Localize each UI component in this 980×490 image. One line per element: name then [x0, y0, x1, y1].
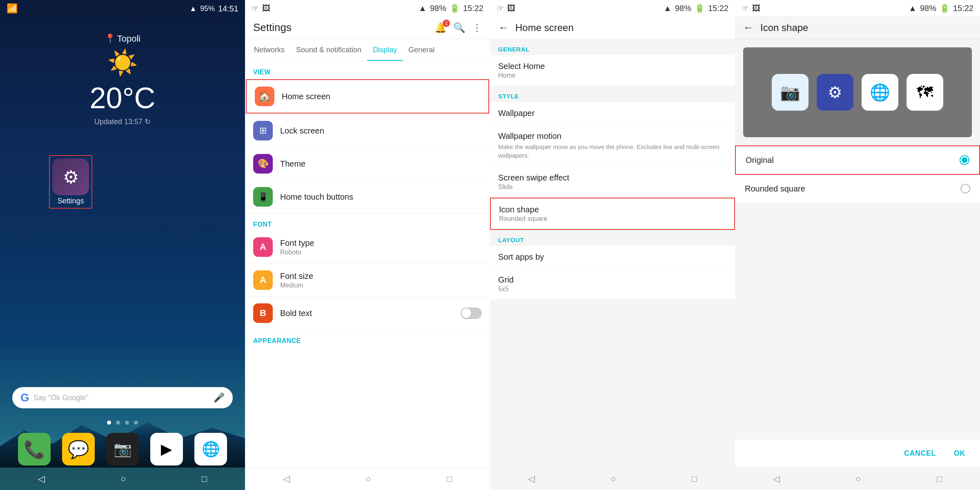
settings-home-button[interactable]: ○ [365, 474, 371, 484]
is-battery-percent: 98% [920, 4, 936, 13]
settings-app-label: Settings [57, 197, 84, 205]
dock-chrome-icon[interactable]: 🌐 [194, 433, 227, 466]
hs-status-bar: ☞ 🖼 ▲ 98% 🔋 15:22 [490, 0, 735, 16]
hs-item-wallpaper-motion[interactable]: Wallpaper motion Make the wallpaper move… [490, 125, 735, 167]
settings-item-bold-text[interactable]: B Bold text [245, 297, 490, 330]
is-page-title: Icon shape [760, 22, 808, 33]
dot-4[interactable] [134, 421, 138, 425]
settings-item-home-screen[interactable]: 🏠 Home screen [246, 79, 489, 114]
dot-1[interactable] [107, 421, 111, 425]
hs-select-home-title: Select Home [498, 62, 545, 71]
hs-back-nav-button[interactable]: ◁ [528, 474, 535, 484]
theme-icon: 🎨 [253, 154, 273, 174]
dock-play-icon[interactable]: ▶ [150, 433, 183, 466]
hs-back-button[interactable]: ← [498, 21, 509, 34]
cancel-button[interactable]: CANCEL [899, 446, 941, 461]
hs-item-icon-shape[interactable]: Icon shape Rounded square [490, 198, 735, 230]
settings-item-font-type[interactable]: A Font type Roboto [245, 231, 490, 264]
maps-icon-symbol: 🗺 [917, 83, 933, 102]
settings-list: VIEW 🏠 Home screen ⊞ Lock screen 🎨 Theme… [245, 61, 490, 468]
hs-sort-apps-text: Sort apps by [498, 252, 544, 262]
font-type-text: Font type Roboto [280, 238, 482, 256]
preview-chrome-icon: 🌐 [862, 74, 898, 111]
bold-text-toggle[interactable] [461, 307, 482, 319]
settings-header: Settings 🔔 1 🔍 ⋮ [245, 16, 490, 39]
hs-recents-nav-button[interactable]: □ [692, 474, 697, 484]
hs-status-left2: 🖼 [507, 4, 515, 13]
settings-item-home-touch[interactable]: 📱 Home touch buttons [245, 180, 490, 214]
more-options-button[interactable]: ⋮ [472, 22, 482, 33]
settings-icon-symbol: ⚙ [828, 83, 842, 102]
hs-select-home-subtitle: Home [498, 72, 545, 79]
location-pin-icon: 📍 [105, 33, 116, 44]
bold-text-title: Bold text [280, 309, 461, 318]
hs-signal-icon: ▲ [664, 4, 672, 13]
hs-swipe-effect-title: Screen swipe effect [498, 173, 569, 183]
font-type-subtitle: Roboto [280, 249, 482, 256]
home-signal-icon: ▲ [189, 4, 197, 13]
is-status-left1: ☞ [742, 3, 749, 13]
hs-home-nav-button[interactable]: ○ [610, 474, 616, 484]
option-original[interactable]: Original [735, 145, 980, 175]
tab-general[interactable]: General [403, 39, 440, 61]
tab-networks[interactable]: Networks [248, 39, 290, 61]
section-appearance-label: APPEARANCE [245, 330, 490, 347]
tab-display[interactable]: Display [367, 39, 403, 61]
weather-sun-icon: ☀️ [107, 48, 138, 77]
settings-app-icon-container[interactable]: ⚙ Settings [49, 155, 92, 209]
location-label: 📍 Topoli [105, 33, 140, 44]
hs-item-sort-apps[interactable]: Sort apps by [490, 246, 735, 269]
settings-recents-button[interactable]: □ [447, 474, 452, 484]
tab-sound[interactable]: Sound & notification [290, 39, 367, 61]
lock-screen-text: Lock screen [280, 126, 482, 136]
settings-back-button[interactable]: ◁ [283, 474, 290, 484]
is-status-bar: ☞ 🖼 ▲ 98% 🔋 15:22 [735, 0, 980, 16]
hs-item-grid[interactable]: Grid 5x5 [490, 269, 735, 300]
settings-header-actions: 🔔 1 🔍 ⋮ [434, 22, 482, 33]
is-home-nav-button[interactable]: ○ [855, 474, 861, 484]
google-search-bar[interactable]: G Say "Ok Google" 🎤 [12, 387, 233, 408]
option-rounded-square[interactable]: Rounded square [735, 175, 980, 203]
icon-shape-options: Original Rounded square [735, 145, 980, 292]
dock-messages-icon[interactable]: 💬 [62, 433, 95, 466]
chrome-icon-symbol: 🌐 [870, 83, 890, 102]
dot-3[interactable] [125, 421, 129, 425]
is-back-nav-button[interactable]: ◁ [773, 474, 780, 484]
home-touch-icon: 📱 [253, 187, 273, 207]
hs-grid-title: Grid [498, 275, 514, 285]
home-button[interactable]: ○ [120, 474, 126, 484]
search-button[interactable]: 🔍 [453, 22, 466, 33]
theme-title: Theme [280, 159, 482, 169]
hs-item-wallpaper[interactable]: Wallpaper [490, 102, 735, 125]
app-dock: 📞 💬 📷 ▶ 🌐 [0, 433, 245, 466]
font-type-icon: A [253, 237, 273, 257]
dock-phone-icon[interactable]: 📞 [18, 433, 51, 466]
settings-item-theme[interactable]: 🎨 Theme [245, 147, 490, 180]
page-dots [0, 421, 245, 425]
is-nav-bar: ◁ ○ □ [735, 468, 980, 490]
hs-item-swipe-effect[interactable]: Screen swipe effect Slide [490, 167, 735, 198]
is-back-button[interactable]: ← [743, 21, 754, 34]
panel-settings: ☞ 🖼 ▲ 98% 🔋 15:22 Settings 🔔 1 🔍 ⋮ Netwo… [245, 0, 490, 490]
mic-icon[interactable]: 🎤 [214, 392, 225, 403]
ok-button[interactable]: OK [949, 446, 970, 461]
hs-icon-shape-subtitle: Rounded square [499, 215, 547, 223]
settings-item-font-size[interactable]: A Font size Medium [245, 264, 490, 297]
notifications-button[interactable]: 🔔 1 [434, 22, 447, 33]
settings-battery-icon: 🔋 [450, 3, 460, 13]
recents-button[interactable]: □ [202, 474, 207, 484]
is-recents-nav-button[interactable]: □ [937, 474, 942, 484]
dot-2[interactable] [116, 421, 120, 425]
back-button[interactable]: ◁ [38, 474, 45, 484]
is-header: ← Icon shape [735, 16, 980, 39]
settings-tabs: Networks Sound & notification Display Ge… [245, 39, 490, 61]
hs-sort-apps-title: Sort apps by [498, 252, 544, 262]
hs-select-home-text: Select Home Home [498, 62, 545, 79]
hs-item-select-home[interactable]: Select Home Home [490, 55, 735, 86]
dock-camera-icon[interactable]: 📷 [106, 433, 139, 466]
updated-label: Updated 13:57 ↻ [94, 117, 151, 126]
google-logo: G [20, 391, 29, 404]
settings-item-lock-screen[interactable]: ⊞ Lock screen [245, 114, 490, 147]
settings-app-icon[interactable]: ⚙ [52, 158, 89, 195]
font-size-title: Font size [280, 272, 482, 281]
